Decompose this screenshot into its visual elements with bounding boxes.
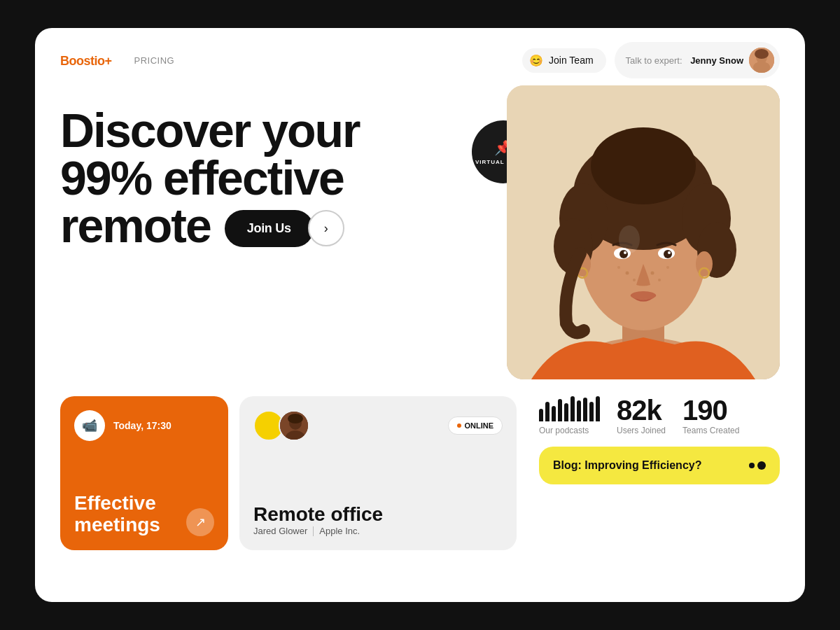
cta-arrow-button[interactable]: › [308,210,344,246]
blog-dot-small [749,463,755,468]
navbar: Boostio+ PRICING 😊 Join Team Talk to exp… [35,28,805,78]
video-icon: 📹 [74,410,105,441]
users-number: 82k [617,396,662,424]
talk-expert-label: Talk to expert: [626,55,685,66]
podcasts-stat: Our podcasts [539,396,600,435]
remote-office-meta: Jared Glower Apple Inc. [253,526,503,536]
meetings-title-line2: meetings [74,514,160,536]
meetings-card: 📹 Today, 17:30 Effective meetings ↗ [60,396,228,550]
meeting-time: Today, 17:30 [113,420,172,431]
portrait-svg [507,85,780,379]
bar-chart-bar [545,402,550,421]
company-name: Apple Inc. [319,526,360,536]
bar-chart-bar [552,406,556,421]
online-label: ONLINE [464,421,493,430]
users-label: Users Joined [617,426,666,435]
cta-row: Join Us › [225,210,344,247]
hero-image [507,85,780,379]
headline-line2: 99% effective [60,154,452,202]
hero-section: Discover your 99% effective remote Join … [35,78,805,379]
blog-card[interactable]: Blog: Improving Efficiency? [539,447,780,484]
online-dot [457,424,461,428]
logo: Boostio+ [60,51,112,69]
meta-divider [313,526,314,536]
meetings-card-footer: Effective meetings ↗ [74,493,214,536]
stats-section: Our podcasts 82k Users Joined 190 Teams … [528,396,780,484]
stats-row: Our podcasts 82k Users Joined 190 Teams … [528,396,780,447]
teams-label: Teams Created [682,426,739,435]
meetings-title-line1: Effective [74,493,160,514]
app-container: Boostio+ PRICING 😊 Join Team Talk to exp… [35,28,805,602]
user-avatars [253,410,309,441]
remote-card-header: ONLINE [253,410,503,441]
avatar-image [749,48,774,73]
join-team-button[interactable]: 😊 Join Team [522,48,606,73]
users-stat: 82k Users Joined [617,396,666,435]
bar-chart-bar [577,400,581,421]
blog-title: Blog: Improving Efficiency? [553,459,701,472]
bar-chart-bar [558,399,562,421]
svg-point-13 [591,127,696,204]
svg-point-19 [668,251,671,254]
svg-point-24 [658,279,661,281]
avatar-2 [279,410,309,441]
person-name: Jared Glower [253,526,307,536]
expert-avatar [749,48,774,73]
bar-chart-bar [570,396,575,421]
join-team-emoji: 😊 [529,54,543,67]
bar-chart-bar [583,398,587,421]
expert-name: Jenny Snow [690,55,743,66]
svg-point-21 [626,272,629,275]
hero-right: 📌 VIRTUAL OFFICE [486,85,780,379]
headline-line3: remote [60,202,211,249]
talk-expert-button[interactable]: Talk to expert: Jenny Snow [615,42,780,78]
online-badge: ONLINE [448,416,503,435]
hero-left: Discover your 99% effective remote Join … [60,92,486,379]
blog-dot-large [757,461,766,470]
svg-point-25 [617,266,620,269]
svg-point-18 [664,250,672,258]
nav-left: Boostio+ PRICING [60,51,174,69]
svg-point-20 [631,291,656,300]
svg-point-2 [755,49,769,59]
remote-card-body: Remote office Jared Glower Apple Inc. [253,503,503,536]
blog-dots [749,461,766,470]
bar-chart-bar [539,409,543,421]
logo-text: Boostio [60,54,105,68]
bar-chart-bar [564,403,568,421]
svg-point-28 [696,251,713,276]
remote-office-card: ONLINE Remote office Jared Glower Apple … [239,396,517,550]
svg-point-26 [666,266,669,269]
bottom-section: 📹 Today, 17:30 Effective meetings ↗ [35,379,805,567]
bar-chart-bar [589,402,594,421]
join-us-button[interactable]: Join Us [225,210,314,247]
bar-chart-bar [596,396,600,421]
svg-point-23 [651,272,654,275]
meetings-card-header: 📹 Today, 17:30 [74,410,214,441]
svg-point-22 [633,279,636,281]
remote-office-title: Remote office [253,503,503,526]
headline-line1: Discover your [60,106,452,154]
teams-number: 190 [682,396,727,424]
nav-right: 😊 Join Team Talk to expert: Jenny Snow [522,42,780,78]
teams-stat: 190 Teams Created [682,396,739,435]
meetings-title: Effective meetings [74,493,160,536]
svg-point-35 [288,414,303,424]
svg-point-3 [753,62,770,73]
podcasts-label: Our podcasts [539,426,589,435]
svg-point-31 [619,225,640,253]
bar-chart [539,396,600,421]
join-team-label: Join Team [549,55,594,66]
headline-line3-row: remote Join Us › [60,202,452,249]
hero-headline: Discover your 99% effective remote Join … [60,106,452,249]
arrow-icon: › [324,221,328,236]
pricing-link[interactable]: PRICING [134,55,175,66]
logo-plus: + [105,54,112,68]
meetings-arrow-button[interactable]: ↗ [186,508,214,536]
